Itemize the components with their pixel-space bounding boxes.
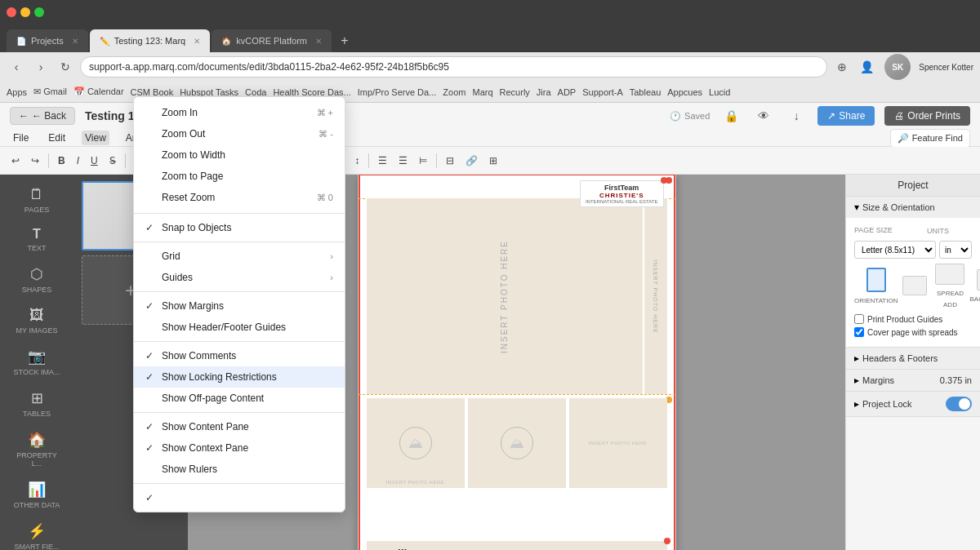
bookmark-tableau[interactable]: Tableau: [630, 87, 662, 97]
bullet-list-button[interactable]: ☰: [373, 150, 392, 171]
menu-view[interactable]: View: [82, 131, 109, 145]
margins-header[interactable]: ▸ Margins 0.375 in: [846, 370, 980, 391]
address-bar[interactable]: support-a.app.marq.com/documents/edit/3b…: [80, 56, 827, 78]
photo-cell-3[interactable]: INSERT PHOTO HERE: [569, 398, 667, 488]
sidebar-item-pages[interactable]: 🗒 PAGES: [5, 181, 69, 219]
menu-file[interactable]: File: [10, 131, 32, 145]
menu-show-header-footer[interactable]: Show Header/Footer Guides: [134, 317, 345, 338]
share-button[interactable]: ↗ Share: [817, 106, 875, 126]
sidebar-item-tables[interactable]: ⊞ TABLES: [5, 384, 69, 423]
menu-snap-objects[interactable]: ✓ Snap to Objects: [134, 217, 345, 238]
tab-close-kvcore-icon[interactable]: ✕: [315, 37, 322, 46]
menu-show-margins[interactable]: ✓ Show Margins: [134, 295, 345, 317]
photo-cell-1[interactable]: ⛰ INSERT PHOTO HERE: [367, 398, 465, 488]
numbered-list-button[interactable]: ☰: [394, 150, 412, 171]
bookmark-health[interactable]: Health Score Das...: [273, 87, 350, 97]
menu-show-offpage[interactable]: Show Off-page Content: [134, 388, 345, 409]
new-tab-button[interactable]: +: [333, 29, 356, 52]
line-spacing-button[interactable]: ↕: [350, 150, 364, 171]
tab-close-icon[interactable]: ✕: [72, 37, 78, 46]
sidebar-item-my-images[interactable]: 🖼 MY IMAGES: [5, 302, 69, 339]
bookmark-appcues[interactable]: Appcues: [667, 87, 702, 97]
main-photo-insert[interactable]: INSERT PHOTO HERE: [367, 198, 643, 394]
project-lock-toggle[interactable]: [946, 397, 972, 411]
order-prints-button[interactable]: 🖨 Order Prints: [884, 106, 970, 126]
menu-zoom-in[interactable]: Zoom In ⌘ +: [134, 102, 345, 123]
extensions-button[interactable]: ⊕: [832, 57, 852, 77]
strikethrough-button[interactable]: S̶: [105, 150, 121, 171]
forward-nav-button[interactable]: ›: [31, 57, 51, 77]
bookmark-recurly[interactable]: Recurly: [500, 87, 530, 97]
tab-projects[interactable]: 📄 Projects ✕: [7, 29, 88, 52]
tab-close-active-icon[interactable]: ✕: [194, 37, 200, 46]
bookmark-csm[interactable]: CSM Book: [131, 87, 174, 97]
undo-button[interactable]: ↩: [7, 150, 24, 171]
menu-grid[interactable]: Grid ›: [134, 246, 345, 267]
background-icon[interactable]: [977, 269, 980, 291]
sidebar-item-smart-field[interactable]: ⚡ SMART FIE...: [5, 517, 69, 550]
minimize-button[interactable]: [20, 7, 30, 17]
sidebar-item-shapes[interactable]: ⬡ SHAPES: [5, 260, 69, 299]
menu-use-webgl[interactable]: ✓: [134, 487, 345, 508]
underline-button[interactable]: U: [86, 150, 103, 171]
eye-button[interactable]: 👁: [752, 104, 775, 127]
right-photo-insert[interactable]: INSERT PHOTO HERE: [644, 198, 667, 394]
menu-show-context-pane[interactable]: ✓ Show Context Pane: [134, 437, 345, 459]
headers-footers-header[interactable]: ▸ Headers & Footers: [846, 348, 980, 369]
bookmark-support[interactable]: Support-A: [582, 87, 623, 97]
profile-button[interactable]: 👤: [857, 57, 876, 77]
menu-zoom-out[interactable]: Zoom Out ⌘ -: [134, 123, 345, 144]
menu-show-locking[interactable]: ✓ Show Locking Restrictions: [134, 366, 345, 388]
link-button[interactable]: 🔗: [461, 150, 483, 171]
cover-spreads-checkbox[interactable]: [854, 327, 864, 337]
sidebar-item-other-data[interactable]: 📊 OTHER DATA: [5, 476, 69, 514]
menu-reset-zoom[interactable]: Reset Zoom ⌘ 0: [134, 187, 345, 208]
bookmark-gmail[interactable]: ✉ Gmail: [33, 86, 67, 97]
italic-button[interactable]: I: [72, 150, 84, 171]
photo-cell-2[interactable]: ⛰: [468, 398, 566, 488]
menu-guides[interactable]: Guides ›: [134, 267, 345, 288]
reload-button[interactable]: ↻: [56, 57, 75, 77]
bookmark-zoom[interactable]: Zoom: [443, 87, 466, 97]
bookmark-jira[interactable]: Jira: [537, 87, 551, 97]
bold-button[interactable]: B: [53, 150, 70, 171]
back-nav-button[interactable]: ‹: [7, 57, 26, 77]
menu-zoom-page[interactable]: Zoom to Page: [134, 166, 345, 187]
sidebar-item-stock-images[interactable]: 📷 STOCK IMA...: [5, 343, 69, 381]
qr-code-button[interactable]: ⊟: [441, 150, 459, 171]
landscape-icon[interactable]: [902, 276, 927, 295]
print-guides-checkbox[interactable]: [854, 314, 864, 324]
project-lock-header[interactable]: ▸ Project Lock: [846, 392, 980, 416]
size-orientation-header[interactable]: ▾ Size & Orientation: [846, 197, 980, 218]
bookmark-hubspot[interactable]: Hubspot Tasks: [180, 87, 238, 97]
units-select[interactable]: in: [939, 241, 972, 259]
maximize-button[interactable]: [34, 7, 44, 17]
bookmark-marq[interactable]: Marq: [472, 87, 492, 97]
download-button[interactable]: ↓: [785, 104, 808, 127]
indent-button[interactable]: ⊨: [414, 150, 432, 171]
redo-button[interactable]: ↪: [26, 150, 44, 171]
spread-icon[interactable]: [935, 264, 964, 285]
bookmark-adp[interactable]: ADP: [558, 87, 577, 97]
headline-area[interactable]: Headline Goes Here [ADDRESS], [CITY] Off…: [367, 541, 667, 550]
bookmark-coda[interactable]: Coda: [245, 87, 266, 97]
back-button[interactable]: ← ← Back: [10, 107, 75, 125]
tab-testing[interactable]: ✏️ Testing 123: Marq ✕: [90, 29, 210, 52]
menu-show-content-pane[interactable]: ✓ Show Content Pane: [134, 416, 345, 437]
lock-button[interactable]: 🔒: [719, 104, 742, 127]
menu-zoom-width[interactable]: Zoom to Width: [134, 144, 345, 166]
close-button[interactable]: [7, 7, 16, 17]
sidebar-item-text[interactable]: T TEXT: [5, 222, 69, 257]
bookmark-calendar[interactable]: 📅 Calendar: [74, 86, 124, 97]
menu-show-comments[interactable]: ✓ Show Comments: [134, 345, 345, 366]
sidebar-item-property-lib[interactable]: 🏠 PROPERTY L...: [5, 426, 69, 472]
table-button[interactable]: ⊞: [484, 150, 502, 171]
page-size-select[interactable]: Letter (8.5x11): [854, 241, 936, 259]
menu-show-rulers[interactable]: Show Rulers: [134, 459, 345, 480]
tab-kvcore[interactable]: 🏠 kvCORE Platform ✕: [212, 29, 332, 52]
menu-edit[interactable]: Edit: [45, 131, 69, 145]
portrait-icon[interactable]: [866, 268, 886, 292]
bookmark-imp[interactable]: Imp/Pro Serve Da...: [358, 87, 437, 97]
bookmark-lucid[interactable]: Lucid: [709, 87, 730, 97]
feature-find-button[interactable]: 🔎 Feature Find: [890, 129, 970, 148]
